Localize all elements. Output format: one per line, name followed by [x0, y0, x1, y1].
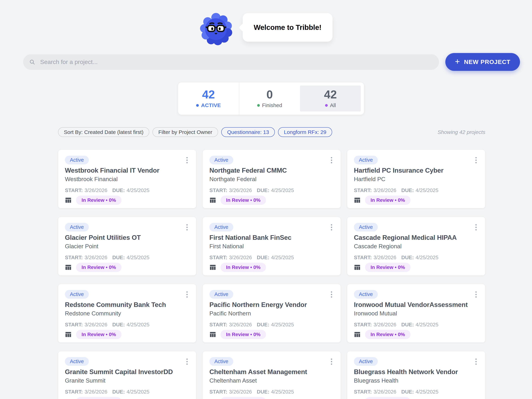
status-badge: Active: [354, 290, 378, 299]
kebab-dot-icon: [186, 224, 188, 225]
kebab-dot-icon: [475, 291, 477, 293]
finished-label: Finished: [262, 102, 282, 108]
kebab-menu-button[interactable]: [185, 156, 189, 165]
project-card[interactable]: Active Cascade Regional Medical HIPAA Ca…: [347, 217, 485, 275]
kebab-menu-button[interactable]: [474, 357, 478, 366]
project-company: Northgate Federal: [209, 176, 334, 183]
longform-rfx-chip[interactable]: Longform RFx: 29: [278, 127, 332, 137]
project-card[interactable]: Active Westbrook Financial IT Vendor Wes…: [58, 150, 196, 208]
kebab-dot-icon: [475, 162, 477, 163]
start-date: 3/26/2026: [374, 322, 396, 328]
kebab-menu-button[interactable]: [185, 357, 189, 366]
project-card[interactable]: Active Hartfield PC Insurance Cyber Hart…: [347, 150, 485, 208]
start-label: START:: [65, 389, 83, 395]
project-dates: START: 3/26/2026 DUE: 4/25/2025: [209, 187, 334, 193]
stat-all-tab[interactable]: 42 All: [300, 86, 361, 112]
project-card[interactable]: Active Cheltenham Asset Management Chelt…: [203, 351, 341, 399]
due-label: DUE:: [257, 322, 269, 328]
due-date: 4/25/2025: [416, 389, 438, 395]
start-date: 3/26/2026: [229, 255, 252, 261]
table-icon: [209, 264, 216, 271]
progress-badge: In Review • 0%: [365, 397, 411, 399]
start-label: START:: [65, 322, 83, 328]
kebab-dot-icon: [331, 224, 332, 225]
kebab-dot-icon: [186, 157, 188, 158]
due-date: 4/25/2025: [127, 255, 149, 261]
kebab-dot-icon: [186, 294, 188, 295]
search-input[interactable]: [40, 58, 433, 66]
kebab-dot-icon: [331, 294, 332, 295]
table-icon: [354, 398, 361, 399]
due-label: DUE:: [112, 322, 125, 328]
welcome-text: Welcome to Tribble!: [254, 23, 321, 32]
project-card[interactable]: Active Northgate Federal CMMC Northgate …: [203, 150, 341, 208]
project-company: Cascade Regional: [354, 243, 478, 250]
project-card[interactable]: Active Ironwood Mutual VendorAssessment …: [347, 284, 485, 343]
kebab-dot-icon: [475, 160, 477, 161]
project-company: Pacific Northern: [209, 310, 334, 317]
table-icon: [209, 398, 216, 399]
due-date: 4/25/2025: [416, 322, 438, 328]
project-card[interactable]: Active Redstone Community Bank Tech Reds…: [58, 284, 196, 343]
due-label: DUE:: [257, 255, 269, 261]
questionnaire-chip[interactable]: Questionnaire: 13: [221, 127, 275, 137]
project-company: Westbrook Financial: [65, 176, 189, 183]
project-card[interactable]: Active Bluegrass Health Network Vendor B…: [347, 351, 485, 399]
project-company: Ironwood Mutual: [354, 310, 478, 317]
project-card[interactable]: Active Granite Summit Capital InvestorDD…: [58, 351, 196, 399]
project-card[interactable]: Active Glacier Point Utilities OT Glacie…: [58, 217, 196, 275]
kebab-menu-button[interactable]: [474, 156, 478, 165]
kebab-dot-icon: [186, 363, 188, 365]
project-title: Ironwood Mutual VendorAssessment: [354, 301, 478, 309]
all-count: 42: [324, 89, 337, 100]
progress-badge: In Review • 0%: [76, 196, 121, 205]
stat-active-tab[interactable]: 42 ACTIVE: [178, 82, 239, 115]
filter-owner-chip[interactable]: Filter by Project Owner: [152, 127, 218, 137]
kebab-menu-button[interactable]: [329, 223, 334, 232]
due-label: DUE:: [112, 187, 125, 193]
kebab-dot-icon: [475, 361, 477, 362]
stat-finished-tab[interactable]: 0 Finished: [239, 82, 300, 115]
kebab-menu-button[interactable]: [329, 156, 334, 165]
start-date: 3/26/2026: [85, 389, 107, 395]
status-badge: Active: [209, 223, 233, 231]
start-date: 3/26/2026: [229, 322, 252, 328]
start-label: START:: [209, 255, 227, 261]
kebab-dot-icon: [186, 227, 188, 228]
kebab-menu-button[interactable]: [474, 223, 478, 232]
progress-badge: In Review • 0%: [365, 330, 411, 339]
start-date: 3/26/2026: [229, 187, 252, 193]
status-badge: Active: [209, 357, 233, 366]
table-icon: [354, 331, 361, 338]
sort-by-chip[interactable]: Sort By: Created Date (latest first): [58, 127, 149, 137]
project-company: Cheltenham Asset: [209, 377, 334, 384]
project-dates: START: 3/26/2026 DUE: 4/25/2025: [354, 389, 478, 395]
finished-count: 0: [266, 89, 273, 100]
kebab-dot-icon: [475, 229, 477, 231]
kebab-dot-icon: [186, 162, 188, 163]
kebab-dot-icon: [331, 157, 332, 158]
kebab-dot-icon: [186, 359, 188, 360]
project-grid: Active Westbrook Financial IT Vendor Wes…: [58, 150, 485, 399]
due-date: 4/25/2025: [127, 389, 149, 395]
project-card[interactable]: Active Pacific Northern Energy Vendor Pa…: [203, 284, 341, 343]
kebab-menu-button[interactable]: [329, 357, 334, 366]
kebab-menu-button[interactable]: [185, 290, 189, 299]
start-label: START:: [209, 389, 227, 395]
progress-badge: In Review • 0%: [221, 263, 266, 272]
kebab-dot-icon: [475, 359, 477, 360]
kebab-menu-button[interactable]: [185, 223, 189, 232]
kebab-menu-button[interactable]: [474, 290, 478, 299]
project-dates: START: 3/26/2026 DUE: 4/25/2025: [209, 255, 334, 261]
project-company: Glacier Point: [65, 243, 189, 250]
new-project-button[interactable]: + NEW PROJECT: [445, 53, 520, 71]
kebab-dot-icon: [186, 291, 188, 293]
kebab-menu-button[interactable]: [329, 290, 334, 299]
start-label: START:: [354, 187, 372, 193]
project-title: Cheltenham Asset Management: [209, 368, 334, 376]
progress-badge: In Review • 0%: [76, 263, 121, 272]
progress-badge: In Review • 0%: [221, 330, 266, 339]
project-card[interactable]: Active First National Bank FinSec First …: [203, 217, 341, 275]
project-title: Granite Summit Capital InvestorDD: [65, 368, 189, 376]
project-title: Pacific Northern Energy Vendor: [209, 301, 334, 309]
